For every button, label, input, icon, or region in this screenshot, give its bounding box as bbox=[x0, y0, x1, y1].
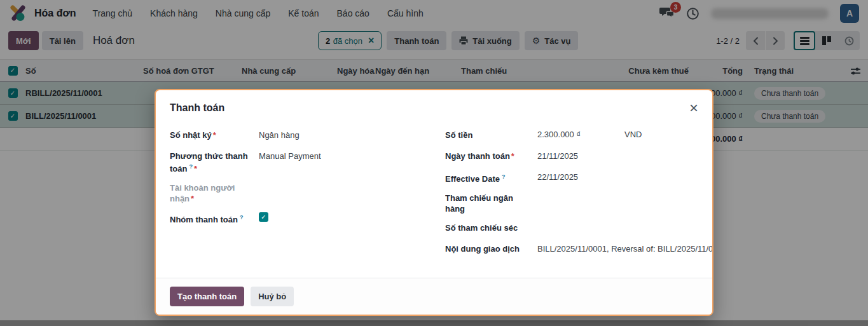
memo-field: Nội dung giao dịch BILL/2025/11/0001, Re… bbox=[445, 243, 712, 256]
effective-date-field: Effective Date? 22/11/2025 bbox=[445, 172, 712, 184]
journal-value[interactable]: Ngân hàng bbox=[259, 130, 445, 140]
check-reference-label: Số tham chiếu séc bbox=[445, 222, 537, 233]
recipient-account-field: Tài khoản người nhận* bbox=[170, 182, 445, 204]
dialog-left-column: Sổ nhật ký* Ngân hàng Phương thức thanh … bbox=[170, 130, 445, 278]
payment-method-label: Phương thức thanh toán bbox=[170, 151, 248, 173]
payment-date-value[interactable]: 21/11/2025 bbox=[537, 151, 712, 161]
journal-label: Sổ nhật ký bbox=[170, 130, 212, 140]
effective-date-value[interactable]: 22/11/2025 bbox=[537, 172, 712, 182]
cancel-button[interactable]: Huỷ bỏ bbox=[251, 287, 294, 306]
required-mark: * bbox=[191, 194, 194, 203]
dialog-right-column: Số tiền 2.300.000 ₫ VND Ngày thanh toán*… bbox=[445, 130, 712, 278]
group-payments-checkbox[interactable]: ✓ bbox=[259, 212, 268, 222]
app-window: Hóa đơn Trang chủ Khách hàng Nhà cung cấ… bbox=[0, 0, 868, 326]
close-icon[interactable]: × bbox=[689, 100, 698, 116]
journal-field: Sổ nhật ký* Ngân hàng bbox=[170, 130, 445, 142]
payment-date-field: Ngày thanh toán* 21/11/2025 bbox=[445, 151, 712, 163]
group-payments-label: Nhóm thanh toán bbox=[170, 215, 238, 225]
help-mark: ? bbox=[189, 163, 193, 170]
bank-reference-field: Tham chiếu ngân hàng bbox=[445, 193, 712, 214]
check-reference-field: Số tham chiếu séc bbox=[445, 222, 712, 235]
payment-method-value[interactable]: Manual Payment bbox=[259, 151, 445, 161]
dialog-footer: Tạo thanh toán Huỷ bỏ bbox=[156, 278, 712, 315]
dialog-title: Thanh toán bbox=[170, 102, 224, 114]
recipient-account-label: Tài khoản người nhận bbox=[170, 183, 235, 203]
memo-value[interactable]: BILL/2025/11/0001, Reversal of: BILL/202… bbox=[537, 243, 712, 254]
amount-label: Số tiền bbox=[445, 130, 537, 140]
amount-field: Số tiền 2.300.000 ₫ VND bbox=[445, 130, 712, 142]
memo-label: Nội dung giao dịch bbox=[445, 243, 537, 254]
help-mark: ? bbox=[240, 214, 244, 221]
currency-value[interactable]: VND bbox=[624, 130, 642, 139]
bank-reference-label: Tham chiếu ngân hàng bbox=[445, 193, 537, 214]
group-payments-field: Nhóm thanh toán? ✓ bbox=[170, 212, 445, 225]
help-mark: ? bbox=[502, 173, 506, 180]
payment-dialog: Thanh toán × Sổ nhật ký* Ngân hàng Phươn… bbox=[155, 89, 713, 316]
payment-method-field: Phương thức thanh toán?* Manual Payment bbox=[170, 151, 445, 174]
required-mark: * bbox=[213, 130, 216, 140]
required-mark: * bbox=[194, 164, 197, 173]
payment-date-label: Ngày thanh toán bbox=[445, 151, 510, 161]
effective-date-label: Effective Date bbox=[445, 174, 500, 184]
amount-value[interactable]: 2.300.000 ₫ bbox=[537, 130, 624, 139]
create-payment-button[interactable]: Tạo thanh toán bbox=[170, 287, 244, 306]
required-mark: * bbox=[511, 151, 514, 161]
